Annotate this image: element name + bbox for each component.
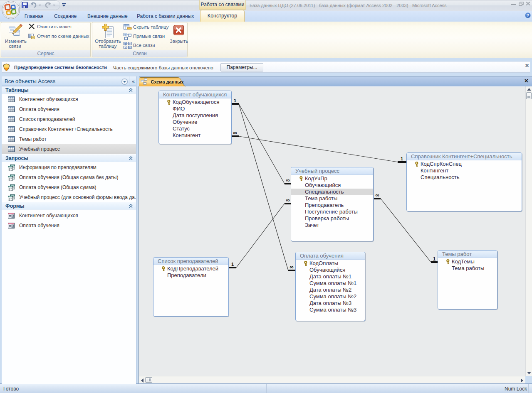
svg-text:∞: ∞: [233, 130, 237, 136]
svg-text:1: 1: [234, 98, 236, 103]
svg-text:∞: ∞: [286, 197, 290, 203]
svg-text:1: 1: [433, 256, 435, 261]
svg-text:∞: ∞: [375, 192, 379, 198]
svg-text:1: 1: [231, 262, 234, 267]
svg-text:∞: ∞: [286, 177, 290, 183]
svg-text:∞: ∞: [290, 264, 293, 270]
svg-text:Схема данных: Схема данных: [151, 79, 184, 84]
svg-text:1: 1: [401, 156, 403, 161]
